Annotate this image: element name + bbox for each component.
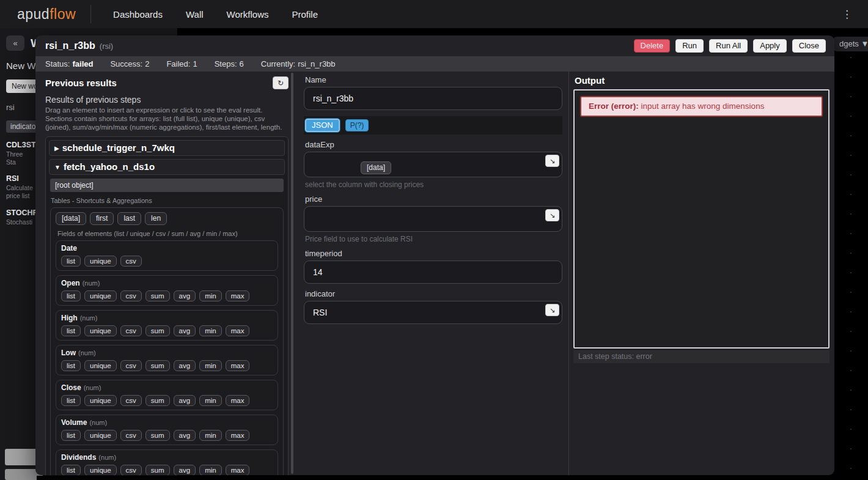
price-field[interactable]: ↘ [304, 206, 562, 232]
currently-item: Currently:rsi_n_r3bb [261, 59, 336, 68]
delete-button[interactable]: Delete [634, 39, 671, 53]
aggregation-chip[interactable]: avg [174, 430, 196, 441]
aggregation-chip[interactable]: list [61, 290, 81, 301]
aggregation-chip[interactable]: avg [174, 395, 196, 406]
dataexp-helper: select the column with closing prices [305, 180, 562, 189]
aggregation-chip[interactable]: unique [84, 360, 117, 371]
aggregation-chip[interactable]: min [199, 430, 222, 441]
aggregation-chip[interactable]: list [61, 256, 81, 267]
aggregation-chip[interactable]: list [61, 465, 81, 475]
modal-actions: Delete Run Run All Apply Close [634, 39, 826, 53]
sidebar-collapse-button[interactable]: « [6, 35, 24, 51]
aggregation-chip[interactable]: unique [84, 395, 117, 406]
aggregation-chip[interactable]: sum [145, 290, 170, 301]
column-divider [568, 72, 569, 475]
shortcut-chip[interactable]: last [117, 212, 141, 225]
aggregation-chip[interactable]: max [226, 465, 250, 475]
timeperiod-input[interactable] [304, 260, 562, 284]
indicator-field[interactable]: RSI ↘ [304, 301, 562, 324]
aggregation-chip[interactable]: list [61, 430, 81, 441]
output-panel: Output Error (error): input array has wr… [573, 72, 829, 475]
aggregation-chip[interactable]: csv [120, 395, 142, 406]
shortcut-chip[interactable]: [data] [56, 212, 86, 225]
section-schedule-trigger[interactable]: ▶schedule_trigger_n_7wkq [49, 140, 285, 156]
shortcut-chip[interactable]: len [145, 212, 167, 225]
aggregation-chip[interactable]: csv [120, 360, 142, 371]
parametrize-button[interactable]: P(?) [345, 119, 369, 131]
section-fetch-yahoo[interactable]: ▼fetch_yahoo_n_ds1o [49, 159, 285, 175]
aggregation-chip[interactable]: csv [120, 290, 142, 301]
aggregation-chip[interactable]: min [199, 290, 222, 301]
name-input[interactable] [304, 87, 562, 110]
expand-icon[interactable]: ↘ [545, 155, 559, 167]
expand-icon[interactable]: ↘ [545, 209, 559, 221]
run-button[interactable]: Run [675, 39, 704, 53]
aggregation-chip[interactable]: min [199, 360, 222, 371]
dataexp-field[interactable]: [data] ↘ [304, 152, 562, 177]
nav-item[interactable]: Wall [186, 9, 204, 20]
aggregation-chip[interactable]: list [61, 395, 81, 406]
aggregation-chip[interactable]: max [226, 395, 250, 406]
root-object-bar[interactable]: [root object] [50, 179, 284, 192]
aggregation-chip[interactable]: unique [84, 290, 117, 301]
aggregation-chip[interactable]: max [226, 325, 250, 336]
kebab-menu-icon[interactable]: ⋮ [842, 8, 852, 21]
aggregation-chip[interactable]: unique [84, 325, 117, 336]
aggregation-chip[interactable]: avg [174, 360, 196, 371]
error-prefix: Error (error): [589, 102, 639, 111]
aggregation-chip[interactable]: max [226, 360, 250, 371]
widgets-dropdown[interactable]: dgets ▼ [833, 37, 868, 51]
close-button[interactable]: Close [792, 39, 826, 53]
aggregation-chip[interactable]: max [226, 430, 250, 441]
refresh-icon[interactable]: ↻ [273, 76, 289, 89]
aggregation-chip[interactable]: sum [145, 360, 170, 371]
aggregation-chip[interactable]: unique [84, 430, 117, 441]
aggregation-chip[interactable]: min [199, 395, 222, 406]
aggregation-chip[interactable]: csv [120, 430, 142, 441]
aggregation-chip[interactable]: sum [145, 430, 170, 441]
aggregation-chip[interactable]: avg [174, 325, 196, 336]
aggregation-chip[interactable]: sum [145, 465, 170, 475]
modal-title-suffix: (rsi) [100, 42, 113, 51]
shortcut-chip[interactable]: first [90, 212, 114, 225]
mode-strip: JSON P(?) [304, 116, 562, 135]
field-op-chips: listuniquecsvsumavgminmax [61, 325, 273, 340]
field-type: (num) [84, 384, 101, 391]
data-expression-chip[interactable]: [data] [361, 161, 391, 174]
aggregation-chip[interactable]: sum [145, 395, 170, 406]
price-helper: Price field to use to calculate RSI [305, 235, 562, 243]
nav-item[interactable]: Profile [292, 9, 318, 20]
aggregation-chip[interactable]: list [61, 325, 81, 336]
name-label: Name [305, 75, 562, 84]
aggregation-chip[interactable]: avg [174, 465, 196, 475]
aggregation-chip[interactable]: csv [120, 325, 142, 336]
aggregation-chip[interactable]: list [61, 360, 81, 371]
success-item: Success:2 [110, 59, 149, 68]
nav-item[interactable]: Workflows [227, 9, 269, 20]
aggregation-chip[interactable]: max [226, 290, 250, 301]
aggregation-chip[interactable]: unique [84, 465, 117, 475]
apply-button[interactable]: Apply [753, 39, 787, 53]
horizontal-scrollbar[interactable] [37, 476, 177, 480]
steps-item: Steps:6 [215, 59, 244, 68]
aggregation-chip[interactable]: csv [120, 465, 142, 475]
timeperiod-label: timeperiod [305, 249, 562, 258]
aggregation-chip[interactable]: min [199, 465, 222, 475]
run-all-button[interactable]: Run All [709, 39, 748, 53]
status-bar: Status:failed Success:2 Failed:1 Steps:6… [35, 56, 834, 72]
aggregation-chip[interactable]: min [199, 325, 222, 336]
aggregation-chip[interactable]: unique [84, 256, 117, 267]
aggregation-chip[interactable]: sum [145, 325, 170, 336]
field-group: Open(num) listuniquecsvsumavgminmax [56, 275, 278, 306]
aggregation-chip[interactable]: avg [174, 290, 196, 301]
field-group-title: Low(num) [61, 349, 273, 357]
field-type: (num) [78, 349, 96, 356]
aggregations-panel: [data]firstlastlen Fields of elements (l… [50, 207, 284, 475]
top-navbar: apudflow Dashboards Wall Workflows Profi… [0, 0, 868, 28]
json-mode-button[interactable]: JSON [305, 119, 340, 132]
nav-item[interactable]: Dashboards [113, 9, 163, 20]
field-op-chips: listuniquecsvsumavgminmax [61, 360, 273, 375]
aggregation-chip[interactable]: csv [120, 256, 142, 267]
expand-icon[interactable]: ↘ [545, 304, 559, 316]
error-alert: Error (error): input array has wrong dim… [580, 96, 823, 117]
